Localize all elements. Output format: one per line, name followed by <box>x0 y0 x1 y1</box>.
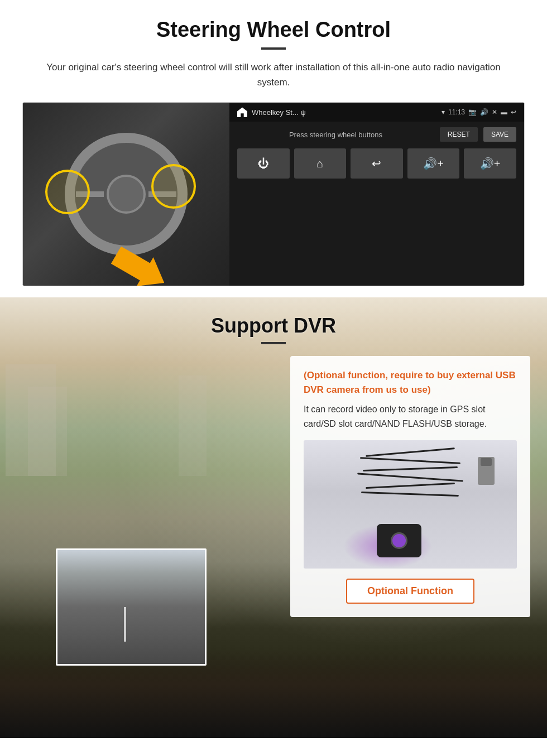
building-3 <box>179 375 207 476</box>
power-btn[interactable]: ⏻ <box>237 148 290 179</box>
close-icon: ✕ <box>492 108 497 116</box>
optional-function-button[interactable]: Optional Function <box>346 579 474 604</box>
dvr-divider <box>261 342 286 344</box>
steering-section: Steering Wheel Control Your original car… <box>0 0 547 297</box>
road-line <box>124 607 126 641</box>
dvr-title-area: Support DVR <box>0 297 547 344</box>
dvr-photo-inner <box>57 550 205 664</box>
usb-tip <box>481 458 492 466</box>
dvr-camera-image <box>304 440 517 569</box>
highlight-circle-left <box>45 170 90 214</box>
reset-button[interactable]: RESET <box>440 127 478 142</box>
steering-title: Steering Wheel Control <box>22 18 525 42</box>
steering-image-area: Wheelkey St... ψ ▾ 11:13 📷 🔊 ✕ ▬ ↩ Press… <box>22 102 525 286</box>
function-buttons-grid: ⏻ ⌂ ↩ 🔊+ 🔊+ <box>237 148 516 179</box>
dvr-section: Support DVR (Optional function, require … <box>0 297 547 738</box>
home-btn[interactable]: ⌂ <box>294 148 347 179</box>
time-display: 11:13 <box>448 108 465 116</box>
dvr-title: Support DVR <box>0 314 547 338</box>
steering-photo <box>23 103 229 286</box>
vol-up-btn[interactable]: 🔊+ <box>407 148 460 179</box>
press-buttons-label: Press steering wheel buttons <box>237 131 434 139</box>
dvr-optional-text: (Optional function, require to buy exter… <box>304 368 517 397</box>
dvr-info-card: (Optional function, require to buy exter… <box>290 356 530 617</box>
usb-plug <box>478 457 495 485</box>
cable-line-6 <box>361 492 459 497</box>
steering-description: Your original car's steering wheel contr… <box>45 60 502 90</box>
cable-line-4 <box>357 473 463 481</box>
building-2 <box>28 387 67 476</box>
dvr-small-photo <box>56 548 207 666</box>
camera-icon: 📷 <box>468 108 477 116</box>
volume-icon: 🔊 <box>480 108 488 116</box>
back-btn[interactable]: ↩ <box>351 148 403 179</box>
back-icon: ↩ <box>511 108 516 116</box>
screen-icon: ▬ <box>501 108 507 116</box>
app-title: Wheelkey St... ψ <box>252 108 306 117</box>
cable-line-2 <box>360 457 460 464</box>
cable-graphic <box>354 446 466 513</box>
dvr-description: It can record video only to storage in G… <box>304 402 517 431</box>
home-icon <box>237 107 247 117</box>
vol-down-btn[interactable]: 🔊+ <box>464 148 516 179</box>
camera-body <box>377 524 421 557</box>
highlight-circle-right <box>151 164 196 209</box>
cable-line-1 <box>366 447 455 457</box>
camera-lens <box>391 532 407 549</box>
wheel-center <box>107 175 146 214</box>
android-statusbar: Wheelkey St... ψ ▾ 11:13 📷 🔊 ✕ ▬ ↩ <box>229 103 524 122</box>
wifi-icon: ▾ <box>442 108 445 116</box>
android-screen: Wheelkey St... ψ ▾ 11:13 📷 🔊 ✕ ▬ ↩ Press… <box>229 103 524 286</box>
cable-line-5 <box>366 482 455 488</box>
status-icons: ▾ 11:13 📷 🔊 ✕ ▬ ↩ <box>442 108 516 116</box>
android-content: Press steering wheel buttons RESET SAVE … <box>229 122 524 286</box>
title-divider <box>261 47 286 50</box>
save-button[interactable]: SAVE <box>483 127 516 142</box>
control-row: Press steering wheel buttons RESET SAVE <box>237 127 516 142</box>
cable-line-3 <box>363 466 458 471</box>
